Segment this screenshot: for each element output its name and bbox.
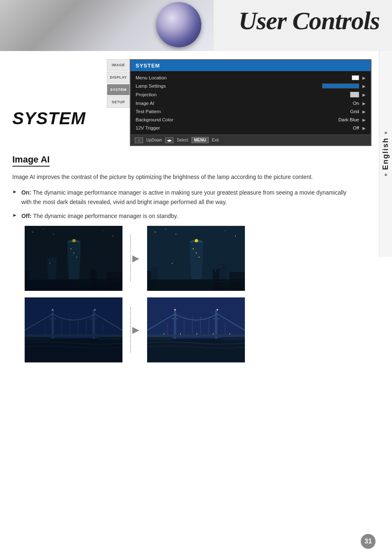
osd-row-menu-location[interactable]: Menu Location ▶ <box>131 74 371 82</box>
demo-image-tower-after <box>147 226 245 291</box>
svg-point-17 <box>72 239 76 242</box>
section-description: Image AI improves the contrast of the pi… <box>12 172 349 181</box>
page-header: User Controls <box>0 0 392 51</box>
osd-label-image-ai: Image AI <box>136 101 353 106</box>
svg-rect-37 <box>220 266 221 267</box>
osd-arrow-test-pattern: ▶ <box>362 109 366 114</box>
arrow-connector-2: ▶ <box>122 306 147 353</box>
bullet-on: ► On: The dynamic image performance mana… <box>12 188 349 207</box>
osd-arrow-lamp-settings: ▶ <box>362 84 366 88</box>
osd-row-test-pattern[interactable]: Test Pattern Grid ▶ <box>131 107 371 116</box>
section-title: Image AI <box>12 154 50 167</box>
osd-arrow-image-ai: ▶ <box>362 101 366 106</box>
osd-select-label: Select <box>177 138 188 142</box>
svg-rect-75 <box>180 333 181 334</box>
header-background-image <box>0 0 214 51</box>
bullet-arrow-on: ► <box>12 189 17 195</box>
arrow-group-2: ▶ <box>130 306 139 353</box>
demo-image-tower-before <box>25 226 122 291</box>
svg-rect-77 <box>213 333 214 334</box>
svg-point-1 <box>32 232 33 232</box>
svg-point-22 <box>225 230 226 231</box>
svg-rect-70 <box>147 337 172 340</box>
osd-updown-label: UpDown <box>146 138 162 142</box>
osd-updown-icon: ↕ <box>135 137 143 143</box>
osd-icon-menu-location <box>352 75 359 80</box>
svg-rect-10 <box>49 263 50 264</box>
svg-point-20 <box>165 229 166 230</box>
svg-rect-39 <box>25 297 122 339</box>
svg-rect-8 <box>73 253 74 253</box>
bullet-text-on: On: The dynamic image performance manage… <box>21 188 349 207</box>
svg-point-23 <box>235 236 236 237</box>
svg-rect-9 <box>76 257 77 258</box>
system-label: SYSTEM <box>12 109 107 128</box>
osd-menu: SYSTEM Menu Location ▶ Lamp Settings ▶ <box>130 59 371 146</box>
osd-title: SYSTEM <box>131 60 371 71</box>
osd-row-image-ai[interactable]: Image AI On ▶ <box>131 99 371 107</box>
image-comparison-row-1: ▶ <box>12 226 371 291</box>
svg-point-54 <box>52 309 53 311</box>
svg-rect-53 <box>99 337 122 340</box>
lens-image <box>156 2 201 47</box>
osd-icon-projection <box>350 92 359 97</box>
svg-rect-27 <box>198 257 200 258</box>
osd-arrow-background-color: ▶ <box>362 118 366 122</box>
osd-label-test-pattern: Test Pattern <box>136 109 350 114</box>
osd-row-12v-trigger[interactable]: 12V Trigger Off ▶ <box>131 124 371 132</box>
osd-footer: ↕ UpDown ◀▶ Select MENU Exit <box>131 135 371 145</box>
page-title: User Controls <box>238 6 380 35</box>
svg-rect-16 <box>25 279 122 291</box>
svg-point-72 <box>174 309 176 311</box>
svg-point-35 <box>195 239 198 242</box>
osd-value-image-ai: On <box>353 101 359 106</box>
svg-rect-71 <box>221 337 245 340</box>
svg-rect-28 <box>172 263 173 264</box>
svg-point-21 <box>175 234 176 234</box>
svg-point-73 <box>217 309 218 311</box>
nav-item-system[interactable]: SYSTEM <box>107 84 130 95</box>
svg-rect-34 <box>147 279 245 291</box>
svg-point-5 <box>113 236 113 237</box>
bullet-off: ► Off: The dynamic image performance man… <box>12 211 349 220</box>
svg-point-2 <box>43 229 44 230</box>
osd-value-12v-trigger: Off <box>353 125 359 130</box>
text-content: Image AI Image AI improves the contrast … <box>0 146 392 377</box>
osd-menu-btn[interactable]: MENU <box>191 137 208 143</box>
osd-menu-items: Menu Location ▶ Lamp Settings ▶ Projecti… <box>131 71 371 135</box>
demo-image-bridge-before <box>25 297 122 362</box>
svg-rect-62 <box>147 334 245 337</box>
menu-container: IMAGE DISPLAY SYSTEM SETUP SYSTEM Menu L… <box>107 59 371 146</box>
svg-rect-36 <box>215 270 216 271</box>
svg-rect-78 <box>229 333 230 334</box>
osd-arrow-projection: ▶ <box>362 93 366 97</box>
osd-row-background-color[interactable]: Background Color Dark Blue ▶ <box>131 116 371 124</box>
sidebar-dot-bottom <box>385 174 387 176</box>
osd-label-menu-location: Menu Location <box>136 75 352 80</box>
osd-exit-label: Exit <box>212 138 219 142</box>
svg-point-19 <box>155 232 156 232</box>
svg-rect-25 <box>193 248 194 249</box>
osd-row-projection[interactable]: Projection ▶ <box>131 90 371 99</box>
osd-select-icon: ◀▶ <box>165 137 173 143</box>
svg-point-4 <box>102 230 103 231</box>
nav-item-display[interactable]: DISPLAY <box>107 72 130 83</box>
nav-item-setup[interactable]: SETUP <box>107 96 130 108</box>
svg-rect-42 <box>49 318 56 319</box>
osd-value-test-pattern: Grid <box>350 109 359 114</box>
svg-rect-76 <box>196 333 197 334</box>
svg-rect-74 <box>164 333 164 334</box>
page-number: 31 <box>361 534 376 549</box>
bullet-text-off: Off: The dynamic image performance manag… <box>21 211 178 220</box>
svg-rect-7 <box>70 248 71 249</box>
main-content: SYSTEM IMAGE DISPLAY SYSTEM SETUP SYSTEM… <box>0 51 392 146</box>
menu-panel-area: IMAGE DISPLAY SYSTEM SETUP SYSTEM Menu L… <box>107 59 392 146</box>
bullet-arrow-off: ► <box>12 212 17 218</box>
svg-rect-43 <box>90 318 97 319</box>
svg-point-55 <box>94 309 96 311</box>
arrow-group-1: ▶ <box>130 235 139 282</box>
svg-rect-61 <box>213 318 219 319</box>
svg-rect-26 <box>196 253 197 253</box>
osd-row-lamp-settings[interactable]: Lamp Settings ▶ <box>131 82 371 90</box>
nav-item-image[interactable]: IMAGE <box>107 59 130 71</box>
